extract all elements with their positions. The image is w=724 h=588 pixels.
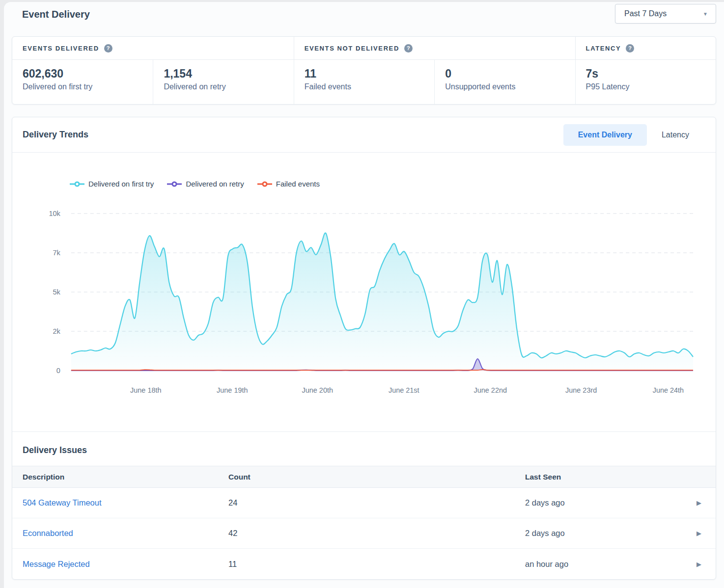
stats-group-latency: LATENCY ? xyxy=(575,37,716,59)
stats-group-label: LATENCY xyxy=(586,45,621,52)
stats-group-label: EVENTS NOT DELIVERED xyxy=(305,45,399,52)
delivery-issues-section: Delivery Issues Description Count Last S… xyxy=(12,431,716,579)
metric-unsupported-events: 0 Unsupported events xyxy=(434,60,575,104)
metric-value: 11 xyxy=(305,67,434,80)
metric-value: 602,630 xyxy=(23,67,153,80)
caret-down-icon: ▼ xyxy=(703,11,708,17)
metric-label: P95 Latency xyxy=(586,82,716,91)
svg-text:10k: 10k xyxy=(49,210,61,217)
page-header: Event Delivery Past 7 Days ▼ xyxy=(12,2,716,36)
metric-delivered-first-try: 602,630 Delivered on first try xyxy=(12,60,153,104)
event-delivery-page: Event Delivery Past 7 Days ▼ EVENTS DELI… xyxy=(4,2,724,588)
stats-group-label: EVENTS DELIVERED xyxy=(23,45,99,52)
svg-text:June 21st: June 21st xyxy=(389,386,419,394)
issue-count: 42 xyxy=(228,529,525,538)
svg-text:June 20th: June 20th xyxy=(302,386,334,394)
svg-text:2k: 2k xyxy=(53,327,61,335)
metric-value: 7s xyxy=(586,67,716,80)
metric-label: Failed events xyxy=(305,82,434,91)
svg-text:June 22nd: June 22nd xyxy=(473,386,507,394)
delivery-trends-card: Delivery Trends Event Delivery Latency D… xyxy=(12,117,716,580)
svg-text:June 19th: June 19th xyxy=(217,386,248,394)
chevron-right-icon[interactable]: ▶ xyxy=(688,500,716,506)
date-range-select[interactable]: Past 7 Days ▼ xyxy=(615,4,716,24)
help-icon[interactable]: ? xyxy=(404,44,413,53)
issue-last-seen: 2 days ago xyxy=(525,529,688,538)
stats-values-row: 602,630 Delivered on first try 1,154 Del… xyxy=(12,60,716,104)
svg-text:5k: 5k xyxy=(53,288,61,296)
svg-text:June 18th: June 18th xyxy=(130,386,162,394)
delivery-trends-chart[interactable]: 02k5k7k10kJune 18thJune 19thJune 20thJun… xyxy=(12,153,716,431)
svg-text:0: 0 xyxy=(56,367,60,374)
table-row[interactable]: Message Rejected 11 an hour ago ▶ xyxy=(12,549,716,579)
issue-link[interactable]: 504 Gateway Timeout xyxy=(12,498,228,508)
page-title: Event Delivery xyxy=(22,9,90,20)
stats-group-events-delivered: EVENTS DELIVERED ? xyxy=(12,37,294,59)
issue-link[interactable]: Econnaborted xyxy=(12,529,228,538)
tab-latency[interactable]: Latency xyxy=(647,124,704,146)
metric-failed-events: 11 Failed events xyxy=(294,60,434,104)
date-range-value: Past 7 Days xyxy=(624,9,667,18)
chevron-right-icon[interactable]: ▶ xyxy=(688,530,716,536)
svg-text:June 24th: June 24th xyxy=(653,386,684,394)
issues-table-header: Description Count Last Seen xyxy=(12,466,716,488)
issue-last-seen: an hour ago xyxy=(525,560,688,569)
column-header-description: Description xyxy=(12,473,228,481)
metric-value: 1,154 xyxy=(164,67,293,80)
trends-tab-group: Event Delivery Latency xyxy=(563,124,704,146)
tab-event-delivery[interactable]: Event Delivery xyxy=(563,124,647,146)
stats-header-row: EVENTS DELIVERED ? EVENTS NOT DELIVERED … xyxy=(12,37,716,60)
chart-area: Delivered on first tryDelivered on retry… xyxy=(12,153,716,431)
chevron-right-icon[interactable]: ▶ xyxy=(688,561,716,567)
trends-header: Delivery Trends Event Delivery Latency xyxy=(12,117,716,153)
column-header-count: Count xyxy=(228,473,525,481)
table-row[interactable]: Econnaborted 42 2 days ago ▶ xyxy=(12,518,716,549)
trends-title: Delivery Trends xyxy=(23,130,88,140)
metric-value: 0 xyxy=(445,67,575,80)
metric-label: Unsupported events xyxy=(445,82,575,91)
svg-text:June 23rd: June 23rd xyxy=(565,386,597,394)
metric-p95-latency: 7s P95 Latency xyxy=(575,60,716,104)
issue-link[interactable]: Message Rejected xyxy=(12,560,228,569)
svg-text:7k: 7k xyxy=(53,249,61,257)
help-icon[interactable]: ? xyxy=(626,44,634,53)
summary-stats-card: EVENTS DELIVERED ? EVENTS NOT DELIVERED … xyxy=(12,36,716,105)
issue-count: 11 xyxy=(228,560,525,569)
metric-delivered-retry: 1,154 Delivered on retry xyxy=(153,60,293,104)
column-header-last-seen: Last Seen xyxy=(525,473,688,481)
help-icon[interactable]: ? xyxy=(104,44,112,53)
issues-title: Delivery Issues xyxy=(12,432,716,466)
metric-label: Delivered on retry xyxy=(164,82,293,91)
table-row[interactable]: 504 Gateway Timeout 24 2 days ago ▶ xyxy=(12,488,716,518)
issue-count: 24 xyxy=(228,498,525,508)
stats-group-events-not-delivered: EVENTS NOT DELIVERED ? xyxy=(294,37,575,59)
metric-label: Delivered on first try xyxy=(23,82,153,91)
issue-last-seen: 2 days ago xyxy=(525,498,688,508)
